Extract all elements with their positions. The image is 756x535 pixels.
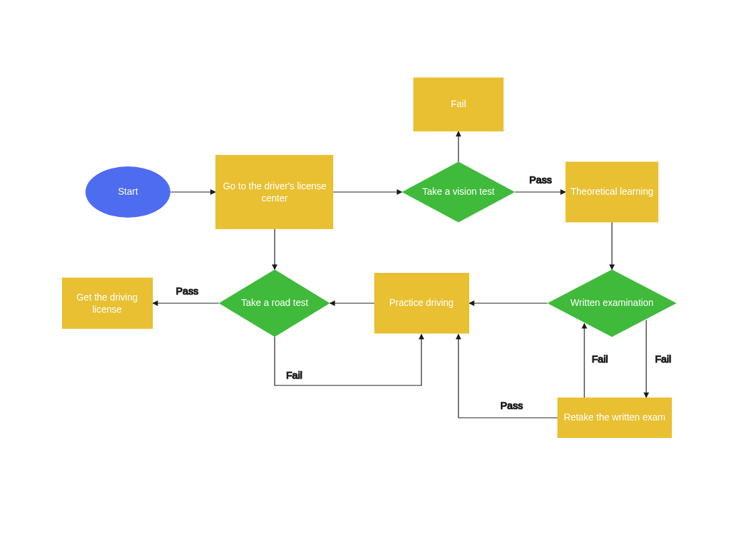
node-get-license-label1: Get the driving — [76, 292, 137, 303]
node-fail-top-label: Fail — [451, 98, 467, 109]
node-go-center-label2: center — [262, 193, 288, 203]
edge-label-road-pass: Pass — [176, 285, 198, 296]
node-theoretical: Theoretical learning — [565, 162, 658, 222]
edge-label-written-fail: Fail — [655, 353, 671, 365]
node-fail-top: Fail — [413, 77, 504, 131]
node-vision-test: Take a vision test — [402, 162, 515, 222]
node-practice: Practice driving — [374, 273, 469, 334]
node-go-center: Go to the driver's license center — [215, 155, 333, 229]
node-road-test: Take a road test — [219, 270, 330, 337]
node-written-exam: Written examination — [547, 270, 677, 337]
node-written-exam-label: Written examination — [570, 297, 653, 308]
edge-label-retake-fail: Fail — [592, 353, 608, 365]
node-theoretical-label: Theoretical learning — [571, 186, 654, 197]
node-road-test-label: Take a road test — [241, 297, 308, 308]
node-start-label: Start — [118, 186, 138, 197]
edge-label-road-fail: Fail — [286, 369, 302, 381]
node-get-license: Get the driving license — [62, 278, 153, 329]
flowchart-canvas: Pass Fail Fail Pass Pass Fail Start Go — [0, 0, 756, 535]
node-retake: Retake the written exam — [557, 398, 672, 438]
node-start: Start — [85, 166, 170, 218]
node-retake-label: Retake the written exam — [564, 412, 666, 422]
node-practice-label: Practice driving — [389, 297, 454, 308]
node-vision-test-label: Take a vision test — [422, 186, 494, 197]
node-go-center-label1: Go to the driver's license — [223, 181, 327, 191]
node-get-license-label2: license — [92, 304, 122, 315]
edge-label-vision-pass: Pass — [529, 174, 551, 185]
edge-label-retake-pass: Pass — [500, 400, 522, 411]
